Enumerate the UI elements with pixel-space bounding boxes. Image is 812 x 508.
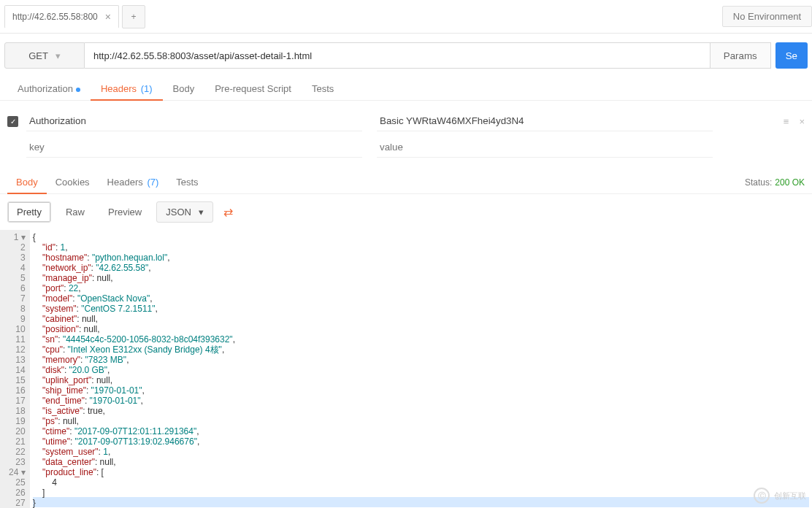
close-icon[interactable]: × xyxy=(105,11,111,23)
request-tab[interactable]: http://42.62.55.58:800 × xyxy=(4,5,119,28)
wrap-lines-icon[interactable]: ⇄ xyxy=(219,202,237,222)
format-dropdown[interactable]: JSON ▾ xyxy=(156,201,213,223)
send-button[interactable]: Se xyxy=(775,42,808,69)
chevron-down-icon: ▾ xyxy=(199,207,204,218)
delete-icon[interactable]: × xyxy=(799,116,805,127)
environment-selector[interactable]: No Environment xyxy=(722,6,812,27)
new-tab-button[interactable]: + xyxy=(122,5,145,28)
tab-resp-cookies[interactable]: Cookies xyxy=(47,171,99,193)
preview-button[interactable]: Preview xyxy=(99,202,150,222)
response-status: Status:200 OK xyxy=(745,177,805,188)
header-key-input[interactable] xyxy=(26,137,362,158)
tab-authorization[interactable]: Authorization xyxy=(7,77,91,100)
line-gutter: 1 ▾2345678910111213141516171819202122232… xyxy=(0,230,30,508)
header-row-empty xyxy=(7,134,805,161)
request-tabs: Authorization Headers (1) Body Pre-reque… xyxy=(0,74,812,101)
view-controls: Pretty Raw Preview JSON ▾ ⇄ xyxy=(0,194,812,230)
header-row: ✓ ≡ × xyxy=(7,108,805,134)
tab-tests[interactable]: Tests xyxy=(302,77,344,100)
header-checkbox[interactable]: ✓ xyxy=(7,115,26,127)
pretty-button[interactable]: Pretty xyxy=(7,201,51,223)
url-input[interactable] xyxy=(85,42,710,69)
header-value-input[interactable] xyxy=(377,111,713,131)
tab-body[interactable]: Body xyxy=(163,77,205,100)
watermark: Ⓒ 创新互联 xyxy=(754,488,806,504)
raw-button[interactable]: Raw xyxy=(57,202,93,222)
headers-editor: ✓ ≡ × xyxy=(0,101,812,165)
drag-icon[interactable]: ≡ xyxy=(784,116,789,127)
code-content[interactable]: { "id": 1, "hostname": "python.hequan.lo… xyxy=(30,230,812,508)
tab-resp-headers[interactable]: Headers (7) xyxy=(99,171,168,193)
url-bar: GET ▾ Params Se xyxy=(0,34,812,74)
tab-headers[interactable]: Headers (1) xyxy=(91,77,163,100)
dot-icon xyxy=(76,88,80,92)
header-key-input[interactable] xyxy=(26,111,362,131)
watermark-logo-icon: Ⓒ xyxy=(754,488,770,504)
tab-resp-body[interactable]: Body xyxy=(7,171,47,193)
tab-prerequest[interactable]: Pre-request Script xyxy=(204,77,302,100)
response-body: 1 ▾2345678910111213141516171819202122232… xyxy=(0,230,812,508)
tab-title: http://42.62.55.58:800 xyxy=(12,12,98,22)
tab-bar: http://42.62.55.58:800 × + No Environmen… xyxy=(0,0,812,34)
params-button[interactable]: Params xyxy=(710,42,771,69)
header-row-actions: ≡ × xyxy=(784,116,805,127)
chevron-down-icon: ▾ xyxy=(55,50,61,61)
tab-resp-tests[interactable]: Tests xyxy=(167,171,207,193)
response-tabs: Body Cookies Headers (7) Tests Status:20… xyxy=(0,165,812,194)
method-dropdown[interactable]: GET ▾ xyxy=(4,42,85,69)
header-value-input[interactable] xyxy=(377,137,713,158)
